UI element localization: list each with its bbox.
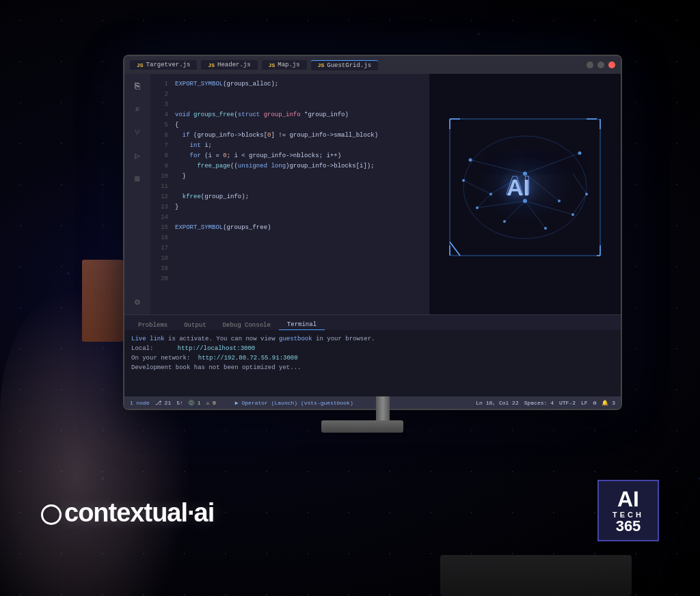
contextual-ai-logo: contextual·ai — [41, 498, 214, 528]
js-icon-2: JS — [208, 62, 215, 68]
status-encoding: UTF-2 — [559, 400, 576, 406]
window-close[interactable] — [608, 62, 615, 68]
git-icon[interactable]: ⑂ — [131, 126, 144, 139]
svg-point-38 — [469, 159, 472, 162]
svg-text:AI: AI — [507, 174, 530, 200]
status-warning: ⚠ 0 — [206, 400, 215, 406]
contextual-logo-icon — [41, 504, 62, 525]
status-left: 1 node ⎇ 21 5↑ ⓪ 1 ⚠ 0 — [130, 399, 216, 407]
files-icon[interactable]: ⎘ — [131, 79, 144, 93]
terminal-content[interactable]: Live link is activate. You can now view … — [124, 330, 621, 396]
ai-letter-a: AI — [617, 487, 639, 511]
live-link-text: Live link — [131, 336, 165, 342]
svg-point-43 — [476, 206, 479, 209]
panel-tab-problems[interactable]: Problems — [130, 321, 176, 330]
aitech-num-text: 365 — [616, 519, 641, 534]
status-right: Ln 18, Col 22 Spaces: 4 UTF-2 LF ⚙ 🔔 3 — [476, 400, 615, 406]
status-node: 1 node — [130, 400, 150, 406]
svg-point-49 — [585, 193, 588, 195]
monitor-stand — [355, 396, 410, 437]
panel-tab-debug[interactable]: Debug Console — [215, 321, 279, 330]
stand-neck — [376, 396, 390, 420]
tab-header[interactable]: JS Header.js — [201, 60, 257, 70]
monitor-frame: JS Targetver.js JS Header.js JS Map.js J… — [123, 55, 622, 410]
svg-point-16 — [67, 272, 70, 275]
ai-text: ai — [194, 498, 215, 527]
terminal-text-2: in your browser. — [316, 336, 375, 342]
window-controls — [587, 62, 615, 68]
network-label: On your network: — [131, 355, 190, 362]
line-numbers: 1234 5678 9101112 13141516 17181920 — [150, 74, 171, 314]
svg-point-18 — [477, 33, 480, 36]
js-icon: JS — [137, 62, 144, 68]
js-icon-4: JS — [318, 62, 325, 68]
panel-tabs: Problems Output Debug Console Terminal — [124, 315, 621, 330]
status-lf: LF — [581, 400, 588, 406]
terminal-line-2: Local: http://localhost:3000 — [131, 344, 614, 353]
svg-line-36 — [573, 174, 587, 194]
terminal-line-3: On your network: http://192.80.72.55.91:… — [131, 353, 614, 363]
status-spaces: Spaces: 4 — [524, 400, 554, 406]
vscode-titlebar: JS Targetver.js JS Header.js JS Map.js J… — [124, 56, 621, 74]
local-label: Local: — [131, 345, 153, 352]
brain-svg: AI — [436, 105, 614, 283]
brain-glow: AI — [429, 74, 621, 314]
terminal-line-4: Development book has not been optimized … — [131, 363, 614, 372]
status-circle: ⓪ 1 — [189, 399, 201, 407]
dev-notice: Development book has not been optimized … — [131, 364, 301, 371]
dot-separator: · — [187, 498, 194, 527]
tab-guestgrid[interactable]: JS GuestGrid.js — [311, 60, 378, 70]
terminal-line-1: Live link is activate. You can now view … — [131, 334, 614, 344]
status-arrows: 5↑ — [176, 400, 183, 406]
monitor-container: JS Targetver.js JS Header.js JS Map.js J… — [123, 55, 643, 451]
terminal-panel: Problems Output Debug Console Terminal L… — [124, 314, 621, 396]
svg-point-47 — [544, 227, 547, 230]
status-ln-col: Ln 18, Col 22 — [476, 400, 518, 406]
stand-base — [321, 420, 403, 433]
settings-icon[interactable]: ⚙ — [131, 295, 144, 309]
svg-point-48 — [462, 179, 465, 182]
local-url[interactable]: http://localhost:3000 — [178, 345, 255, 352]
brain-visualization: AI — [429, 74, 621, 314]
tab-targetver[interactable]: JS Targetver.js — [130, 60, 197, 70]
status-branch: ⎇ 21 — [155, 400, 171, 406]
network-url[interactable]: http://192.80.72.55.91:3000 — [198, 355, 298, 362]
svg-point-40 — [578, 152, 582, 155]
terminal-text-1: is activate. You can now view — [168, 336, 279, 342]
status-bell[interactable]: 🔔 3 — [602, 400, 615, 406]
status-center: ▶ Operator (Launch) (vsts-guestbook) — [235, 400, 353, 406]
svg-line-56 — [450, 242, 460, 256]
guestbook-link[interactable]: guestbook — [279, 336, 312, 342]
activity-bar: ⎘ ⌕ ⑂ ▷ ⊞ ⚙ — [124, 74, 150, 314]
debug-icon[interactable]: ▷ — [131, 149, 144, 163]
status-gear[interactable]: ⚙ — [593, 400, 597, 406]
svg-line-0 — [0, 68, 137, 137]
aitech-logo: AI TECH 365 — [597, 480, 659, 541]
window-maximize[interactable] — [597, 62, 604, 68]
vscode-editor: JS Targetver.js JS Header.js JS Map.js J… — [124, 56, 621, 409]
code-editor-content[interactable]: EXPORT_SYMBOL(groups_alloc); void groups… — [171, 74, 429, 314]
panel-tab-output[interactable]: Output — [176, 321, 214, 330]
panel-tab-terminal[interactable]: Terminal — [279, 320, 325, 330]
keyboard — [440, 555, 632, 596]
search-activity-icon[interactable]: ⌕ — [131, 103, 144, 116]
background: JS Targetver.js JS Header.js JS Map.js J… — [0, 0, 700, 596]
js-icon-3: JS — [269, 62, 275, 68]
extensions-icon[interactable]: ⊞ — [131, 172, 144, 186]
aitech-ai-text: AI — [617, 488, 639, 510]
svg-line-37 — [573, 194, 587, 215]
contextual-logo-text: contextual — [64, 498, 187, 527]
window-minimize[interactable] — [587, 62, 593, 68]
lamp-object — [82, 260, 123, 342]
svg-point-44 — [571, 213, 574, 216]
tab-map[interactable]: JS Map.js — [262, 60, 307, 70]
svg-point-46 — [503, 220, 506, 223]
